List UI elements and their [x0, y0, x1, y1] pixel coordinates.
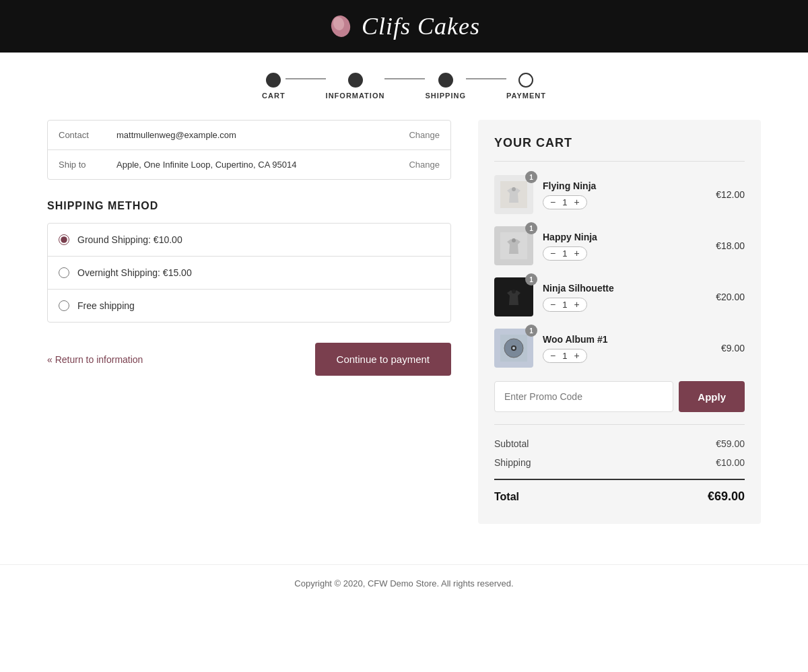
- logo-text: Clifs Cakes: [362, 12, 480, 40]
- left-panel: Contact mattmullenweg@example.com Change…: [47, 120, 451, 524]
- footer-text: Copyright © 2020, CFW Demo Store. All ri…: [294, 578, 513, 589]
- step-line-1: [285, 78, 326, 79]
- return-to-information-link[interactable]: « Return to information: [47, 354, 143, 365]
- item-price-flying-ninja: €12.00: [716, 189, 745, 200]
- ship-to-change-link[interactable]: Change: [409, 160, 440, 170]
- qty-controls-woo-album: − 1 +: [543, 349, 587, 363]
- shipping-radio-overnight[interactable]: [59, 267, 69, 278]
- continue-to-payment-button[interactable]: Continue to payment: [315, 343, 451, 376]
- shipping-option-ground[interactable]: Ground Shipping: €10.00: [48, 224, 450, 256]
- qty-decrease-woo-album[interactable]: −: [547, 351, 558, 360]
- item-img-wrapper-flying-ninja: 1: [494, 175, 533, 214]
- subtotal-label: Subtotal: [494, 438, 529, 449]
- step-circle-information: [348, 73, 363, 88]
- item-name-flying-ninja: Flying Ninja: [543, 180, 706, 191]
- ship-to-row: Ship to Apple, One Infinite Loop, Cupert…: [48, 149, 450, 179]
- step-payment: PAYMENT: [506, 73, 546, 100]
- contact-row: Contact mattmullenweg@example.com Change: [48, 121, 450, 149]
- qty-increase-woo-album[interactable]: +: [571, 351, 582, 360]
- svg-point-11: [512, 347, 515, 349]
- qty-decrease-flying-ninja[interactable]: −: [547, 197, 558, 207]
- promo-section: Apply: [494, 381, 745, 412]
- item-info-happy-ninja: Happy Ninja − 1 +: [543, 232, 706, 261]
- progress-steps: CART INFORMATION SHIPPING PAYMENT: [0, 53, 808, 113]
- header: Clifs Cakes: [0, 0, 808, 53]
- cart-item-woo-album: 1 Woo Album #1 − 1 + €9.00: [494, 329, 745, 368]
- subtotal-value: €59.00: [716, 438, 745, 449]
- info-box: Contact mattmullenweg@example.com Change…: [47, 120, 451, 180]
- cart-item-ninja-silhouette: 1 Ninja Silhouette − 1 + €20.00: [494, 277, 745, 316]
- promo-code-input[interactable]: [494, 381, 673, 412]
- item-price-happy-ninja: €18.00: [716, 240, 745, 251]
- apply-promo-button[interactable]: Apply: [679, 381, 745, 412]
- step-label-payment: PAYMENT: [506, 92, 546, 100]
- step-line-2: [384, 78, 425, 79]
- qty-num-woo-album: 1: [558, 351, 571, 361]
- qty-controls-happy-ninja: − 1 +: [543, 246, 587, 261]
- step-label-shipping: SHIPPING: [425, 92, 466, 100]
- logo: Clifs Cakes: [328, 12, 480, 40]
- bottom-actions: « Return to information Continue to paym…: [47, 343, 451, 376]
- cart-item-happy-ninja: 1 Happy Ninja − 1 + €18.00: [494, 226, 745, 265]
- qty-controls-ninja-silhouette: − 1 +: [543, 298, 587, 312]
- ship-to-value: Apple, One Infinite Loop, Cupertino, CA …: [116, 160, 398, 170]
- item-badge-ninja-silhouette: 1: [525, 273, 537, 285]
- item-info-ninja-silhouette: Ninja Silhouette − 1 +: [543, 283, 706, 312]
- step-shipping: SHIPPING: [425, 73, 466, 100]
- shipping-option-ground-label: Ground Shipping: €10.00: [77, 234, 182, 245]
- item-img-wrapper-ninja-silhouette: 1: [494, 277, 533, 316]
- item-badge-flying-ninja: 1: [525, 171, 537, 183]
- subtotal-row: Subtotal €59.00: [494, 434, 745, 453]
- shipping-option-overnight[interactable]: Overnight Shipping: €15.00: [48, 256, 450, 289]
- cart-items: 1 Flying Ninja − 1 + €12.00: [494, 175, 745, 368]
- main-content: Contact mattmullenweg@example.com Change…: [34, 113, 774, 551]
- footer: Copyright © 2020, CFW Demo Store. All ri…: [0, 564, 808, 602]
- svg-point-7: [512, 290, 516, 294]
- qty-decrease-ninja-silhouette[interactable]: −: [547, 300, 558, 309]
- cart-divider: [494, 161, 745, 162]
- item-name-happy-ninja: Happy Ninja: [543, 232, 706, 242]
- step-circle-cart: [266, 73, 281, 88]
- item-img-wrapper-woo-album: 1: [494, 329, 533, 368]
- right-panel: YOUR CART 1 Flying Ninja: [478, 120, 761, 524]
- shipping-total-value: €10.00: [716, 457, 745, 468]
- step-information: INFORMATION: [326, 73, 385, 100]
- shipping-radio-free[interactable]: [59, 300, 69, 311]
- cart-item-flying-ninja: 1 Flying Ninja − 1 + €12.00: [494, 175, 745, 214]
- item-info-woo-album: Woo Album #1 − 1 +: [543, 334, 712, 363]
- shipping-option-overnight-label: Overnight Shipping: €15.00: [77, 267, 192, 278]
- logo-icon: [328, 13, 354, 39]
- totals-divider: [494, 424, 745, 425]
- item-img-wrapper-happy-ninja: 1: [494, 226, 533, 265]
- qty-increase-happy-ninja[interactable]: +: [571, 248, 582, 258]
- qty-increase-flying-ninja[interactable]: +: [571, 197, 582, 207]
- qty-controls-flying-ninja: − 1 +: [543, 195, 587, 209]
- shipping-method-section: SHIPPING METHOD Ground Shipping: €10.00 …: [47, 200, 451, 323]
- qty-decrease-happy-ninja[interactable]: −: [547, 248, 558, 258]
- qty-num-flying-ninja: 1: [558, 197, 571, 207]
- shipping-radio-ground[interactable]: [59, 234, 69, 245]
- qty-increase-ninja-silhouette[interactable]: +: [571, 300, 582, 309]
- item-badge-woo-album: 1: [525, 325, 537, 337]
- qty-num-ninja-silhouette: 1: [558, 300, 571, 310]
- item-price-woo-album: €9.00: [721, 343, 745, 354]
- ship-to-label: Ship to: [59, 160, 106, 170]
- item-info-flying-ninja: Flying Ninja − 1 +: [543, 180, 706, 209]
- shipping-options: Ground Shipping: €10.00 Overnight Shippi…: [47, 223, 451, 323]
- qty-num-happy-ninja: 1: [558, 248, 571, 259]
- step-label-information: INFORMATION: [326, 92, 385, 100]
- shipping-option-free-label: Free shipping: [77, 300, 135, 311]
- step-line-3: [466, 78, 506, 79]
- svg-point-5: [512, 238, 516, 242]
- step-circle-payment: [518, 73, 533, 88]
- item-name-woo-album: Woo Album #1: [543, 334, 712, 345]
- item-name-ninja-silhouette: Ninja Silhouette: [543, 283, 706, 294]
- shipping-total-label: Shipping: [494, 457, 531, 468]
- contact-label: Contact: [59, 130, 106, 140]
- step-cart: CART: [262, 73, 285, 100]
- contact-change-link[interactable]: Change: [409, 130, 440, 140]
- shipping-option-free[interactable]: Free shipping: [48, 289, 450, 322]
- svg-point-3: [512, 187, 516, 191]
- item-badge-happy-ninja: 1: [525, 222, 537, 234]
- total-label: Total: [494, 491, 519, 503]
